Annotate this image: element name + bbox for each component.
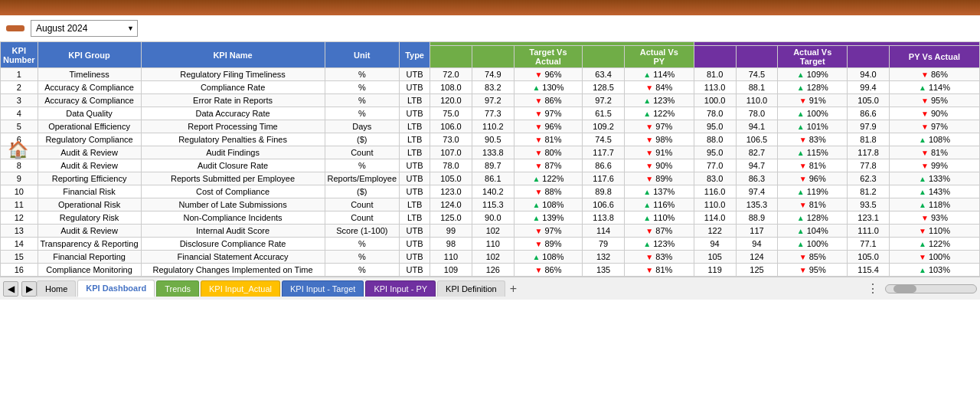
nav-next[interactable]: ▶ (21, 281, 37, 297)
arrow-up-icon: ▲ (797, 227, 805, 235)
table-row: 8 Audit & Review Audit Closure Rate % UT… (1, 159, 980, 172)
cell-ytd-pvsa: ▲ 143% (889, 185, 979, 198)
cell-mtd-py: 61.5 (583, 107, 625, 120)
table-row: 12 Regulatory Risk Non-Compliance Incide… (1, 211, 980, 225)
cell-ytd-avst: ▲ 104% (778, 225, 848, 238)
arrow-up-icon: ▲ (532, 84, 540, 92)
cell-kpi-num: 9 (1, 172, 38, 185)
arrow-down-icon: ▼ (534, 97, 542, 105)
table-row: 9 Reporting Efficiency Reports Submitted… (1, 172, 980, 185)
cell-ytd-actual: 94 (694, 238, 736, 251)
cell-ytd-py: 77.1 (848, 238, 890, 251)
arrow-down-icon: ▼ (799, 97, 807, 105)
cell-mtd-actual: 109 (430, 264, 472, 277)
cell-ytd-pvsa: ▲ 114% (889, 81, 979, 94)
tab-kpi-input-actual[interactable]: KPI Input_Actual (201, 280, 280, 297)
cell-ytd-avst: ▲ 128% (778, 211, 848, 225)
col-mtd-tva: Target VsActual (514, 46, 582, 68)
cell-kpi-group: Transparency & Reporting (38, 238, 141, 251)
cell-kpi-group: Reporting Efficiency (38, 172, 141, 185)
arrow-down-icon: ▼ (645, 149, 653, 157)
cell-ytd-py: 117.8 (848, 146, 890, 159)
cell-mtd-tva: ▼ 97% (514, 225, 582, 238)
more-options-icon[interactable]: ⋮ (867, 281, 879, 296)
table-row: 16 Compliance Monitoring Regulatory Chan… (1, 264, 980, 277)
cell-kpi-group: Timeliness (38, 68, 141, 81)
cell-mtd-target: 102 (472, 225, 514, 238)
cell-ytd-pvsa: ▼ 99% (889, 159, 979, 172)
cell-ytd-target: 74.5 (736, 68, 778, 81)
col-kpi-group: KPI Group (38, 42, 141, 68)
col-mtd-actual (430, 46, 472, 68)
arrow-down-icon: ▼ (799, 201, 807, 209)
add-sheet-button[interactable]: + (507, 282, 520, 296)
tab-home[interactable]: Home (37, 280, 76, 297)
cell-ytd-target: 110.0 (736, 94, 778, 107)
cell-type: LTB (400, 198, 430, 211)
cell-ytd-avst: ▼ 83% (778, 133, 848, 146)
cell-ytd-py: 81.2 (848, 185, 890, 198)
cell-ytd-pvsa: ▼ 100% (889, 251, 979, 264)
cell-unit: ($) (325, 133, 400, 146)
tab-kpi-input-py[interactable]: KPI Input - PY (365, 280, 436, 297)
arrow-down-icon: ▼ (645, 162, 653, 170)
cell-ytd-pvsa: ▼ 95% (889, 94, 979, 107)
cell-kpi-name: Regulatory Penalties & Fines (141, 133, 325, 146)
cell-ytd-actual: 119 (694, 264, 736, 277)
cell-unit: ($) (325, 185, 400, 198)
month-select[interactable]: August 2024 January 2024 February 2024 M… (31, 20, 138, 37)
cell-mtd-avspy: ▼ 89% (624, 172, 694, 185)
cell-ytd-actual: 81.0 (694, 68, 736, 81)
tab-kpi-dashboard[interactable]: KPI Dashboard (77, 280, 155, 297)
cell-kpi-group: Regulatory Compliance (38, 133, 141, 146)
month-select-wrapper[interactable]: August 2024 January 2024 February 2024 M… (31, 20, 138, 37)
cell-ytd-avst: ▲ 128% (778, 81, 848, 94)
cell-kpi-name: Non-Compliance Incidents (141, 211, 325, 225)
cell-unit: % (325, 238, 400, 251)
cell-ytd-actual: 100.0 (694, 94, 736, 107)
cell-kpi-num: 10 (1, 185, 38, 198)
arrow-down-icon: ▼ (645, 136, 653, 144)
tab-kpi-definition[interactable]: KPI Definition (437, 280, 505, 297)
cell-mtd-target: 77.3 (472, 107, 514, 120)
cell-ytd-actual: 122 (694, 225, 736, 238)
cell-mtd-target: 110.2 (472, 120, 514, 133)
cell-mtd-py: 109.2 (583, 120, 625, 133)
tab-trends[interactable]: Trends (156, 280, 199, 297)
cell-ytd-avst: ▲ 100% (778, 238, 848, 251)
table-row: 3 Accuracy & Compliance Error Rate in Re… (1, 94, 980, 107)
cell-ytd-avst: ▼ 91% (778, 94, 848, 107)
cell-ytd-avst: ▲ 119% (778, 185, 848, 198)
cell-mtd-py: 128.5 (583, 81, 625, 94)
cell-kpi-group: Regulatory Risk (38, 211, 141, 225)
cell-ytd-target: 88.9 (736, 211, 778, 225)
tab-kpi-input-target[interactable]: KPI Input - Target (282, 280, 364, 297)
cell-kpi-name: Data Accuracy Rate (141, 107, 325, 120)
col-mtd-target (472, 46, 514, 68)
cell-kpi-num: 8 (1, 159, 38, 172)
cell-mtd-py: 135 (583, 264, 625, 277)
cell-mtd-tva: ▲ 139% (514, 211, 582, 225)
cell-mtd-actual: 99 (430, 225, 472, 238)
scrollbar[interactable] (885, 284, 977, 293)
cell-type: UTB (400, 185, 430, 198)
arrow-down-icon: ▼ (799, 162, 807, 170)
cell-mtd-actual: 107.0 (430, 146, 472, 159)
cell-ytd-target: 82.7 (736, 146, 778, 159)
cell-kpi-num: 16 (1, 264, 38, 277)
nav-prev[interactable]: ◀ (3, 281, 18, 297)
cell-ytd-actual: 105 (694, 251, 736, 264)
home-icon[interactable]: 🏠 (8, 140, 28, 160)
cell-ytd-py: 86.6 (848, 107, 890, 120)
cell-ytd-avst: ▲ 101% (778, 120, 848, 133)
cell-kpi-num: 3 (1, 94, 38, 107)
cell-ytd-target: 125 (736, 264, 778, 277)
cell-type: LTB (400, 94, 430, 107)
cell-unit: % (325, 81, 400, 94)
arrow-up-icon: ▲ (919, 240, 926, 248)
arrow-up-icon: ▲ (919, 84, 926, 92)
cell-kpi-group: Financial Risk (38, 185, 141, 198)
cell-ytd-avst: ▲ 100% (778, 107, 848, 120)
arrow-down-icon: ▼ (799, 266, 807, 274)
cell-mtd-tva: ▲ 130% (514, 81, 582, 94)
